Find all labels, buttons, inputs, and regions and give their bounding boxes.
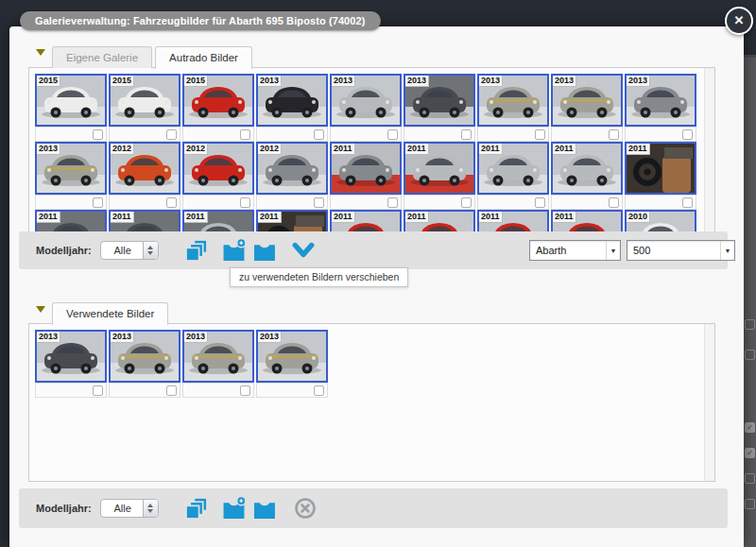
thumbnail-checkbox[interactable] [240, 385, 250, 396]
thumbnail-checkbox[interactable] [240, 129, 250, 140]
thumbnail-checkbox[interactable] [609, 129, 619, 140]
thumbnail-image[interactable]: 2011 [477, 142, 549, 195]
copy-stack-icon[interactable] [185, 239, 209, 263]
thumbnail-image[interactable]: 2011 [182, 210, 254, 233]
thumbnail[interactable]: 2013 [404, 74, 475, 142]
modelyear-select[interactable]: Alle [100, 499, 159, 518]
thumbnail-checkbox[interactable] [166, 385, 177, 396]
thumbnail-image[interactable]: 2011 [551, 142, 623, 195]
thumbnail[interactable]: 2013 [256, 330, 328, 398]
copy-stack-icon[interactable] [185, 497, 209, 521]
thumbnail-image[interactable]: 2013 [477, 74, 549, 127]
thumbnail[interactable]: 2011 [477, 142, 549, 210]
thumbnail-image[interactable]: 2011 [330, 210, 402, 233]
thumbnail-image[interactable]: 2013 [551, 74, 623, 127]
thumbnail[interactable]: 2011 [330, 142, 402, 210]
thumbnail-image[interactable]: 2011 [35, 210, 107, 233]
modelyear-select[interactable]: Alle [100, 241, 159, 260]
thumbnail[interactable]: 2015 [109, 74, 180, 142]
thumbnail[interactable]: 2015 [35, 74, 107, 142]
box-move-icon[interactable] [253, 497, 277, 521]
thumbnail[interactable]: 2011 [551, 142, 623, 210]
thumbnail[interactable]: 2010 [625, 210, 696, 233]
thumbnail[interactable]: 2011 [330, 210, 402, 233]
thumbnail-checkbox[interactable] [609, 197, 619, 208]
thumbnail-checkbox[interactable] [387, 129, 398, 140]
box-add-icon[interactable] [222, 239, 247, 263]
thumbnail-image[interactable]: 2011 [404, 210, 475, 233]
tab-eigene-galerie[interactable]: Eigene Galerie [52, 46, 152, 68]
thumbnail-image[interactable]: 2012 [256, 142, 328, 195]
thumbnail-checkbox[interactable] [461, 197, 472, 208]
collapse-triangle-icon[interactable] [36, 49, 45, 56]
thumbnail[interactable]: 2011 [404, 142, 475, 210]
thumbnail-image[interactable]: 2010 [625, 210, 696, 233]
model-select[interactable]: 500 ▼ [627, 240, 735, 261]
thumbnail[interactable]: 2015 [182, 74, 254, 142]
thumbnail-image[interactable]: 2015 [182, 74, 254, 127]
thumbnail-image[interactable]: 2013 [256, 74, 328, 127]
thumbnail-checkbox[interactable] [682, 197, 693, 208]
thumbnail-image[interactable]: 2013 [35, 330, 107, 383]
thumbnail[interactable]: 2013 [625, 74, 696, 142]
tab-verwendete-bilder[interactable]: Verwendete Bilder [52, 302, 168, 325]
thumbnail-checkbox[interactable] [387, 197, 398, 208]
thumbnail-checkbox[interactable] [314, 129, 324, 140]
thumbnail[interactable]: 2011 [551, 210, 623, 233]
thumbnail-image[interactable]: 2012 [109, 142, 180, 195]
thumbnail-image[interactable]: 2013 [256, 330, 328, 383]
thumbnail[interactable]: 2011 [625, 142, 696, 210]
thumbnail-image[interactable]: 2013 [404, 74, 475, 127]
thumbnail-checkbox[interactable] [682, 129, 693, 140]
thumbnail-checkbox[interactable] [240, 197, 250, 208]
thumbnail[interactable]: 2013 [182, 330, 254, 398]
thumbnail-image[interactable]: 2011 [109, 210, 180, 233]
thumbnail[interactable]: 2012 [256, 142, 328, 210]
box-move-icon[interactable] [253, 239, 277, 263]
thumbnail-checkbox[interactable] [461, 129, 472, 140]
thumbnail-image[interactable]: 2015 [109, 74, 180, 127]
thumbnail-checkbox[interactable] [93, 385, 103, 396]
panel-scrollbar[interactable] [704, 68, 714, 232]
thumbnail[interactable]: 2011 [35, 210, 107, 233]
thumbnail-checkbox[interactable] [535, 197, 545, 208]
thumbnail-image[interactable]: 2011 [404, 142, 475, 195]
thumbnail-image[interactable]: 2015 [35, 74, 107, 127]
thumbnail-checkbox[interactable] [93, 129, 103, 140]
panel-scrollbar[interactable] [704, 324, 714, 481]
thumbnail-image[interactable]: 2013 [625, 74, 696, 127]
thumbnail[interactable]: 2011 [404, 210, 475, 233]
thumbnail[interactable]: 2013 [109, 330, 180, 398]
thumbnail-image[interactable]: 2011 [330, 142, 402, 195]
collapse-triangle-icon[interactable] [36, 306, 45, 313]
thumbnail-image[interactable]: 2013 [182, 330, 254, 383]
box-add-icon[interactable] [222, 497, 247, 521]
tab-autrado-bilder[interactable]: Autrado Bilder [155, 46, 252, 69]
thumbnail[interactable]: 2011 [109, 210, 180, 233]
thumbnail-image[interactable]: 2011 [625, 142, 696, 195]
thumbnail[interactable]: 2012 [182, 142, 254, 210]
close-button[interactable]: ✕ [725, 7, 753, 35]
thumbnail-image[interactable]: 2012 [182, 142, 254, 195]
thumbnail-checkbox[interactable] [314, 197, 324, 208]
thumbnail[interactable]: 2013 [551, 74, 623, 142]
thumbnail[interactable]: 2013 [35, 330, 107, 398]
thumbnail-image[interactable]: 2013 [330, 74, 402, 127]
thumbnail[interactable]: 2011 [477, 210, 549, 233]
move-down-chevron-icon[interactable] [292, 241, 315, 260]
brand-select[interactable]: Abarth ▼ [529, 240, 621, 261]
thumbnail[interactable]: 2013 [330, 74, 402, 142]
thumbnail[interactable]: 2013 [35, 142, 107, 210]
thumbnail[interactable]: 2013 [256, 74, 328, 142]
thumbnail-image[interactable]: 2013 [109, 330, 180, 383]
delete-disabled-icon[interactable] [294, 497, 317, 520]
thumbnail-checkbox[interactable] [314, 385, 324, 396]
thumbnail-image[interactable]: 2011 [551, 210, 623, 233]
thumbnail-checkbox[interactable] [93, 197, 103, 208]
thumbnail-checkbox[interactable] [166, 197, 177, 208]
thumbnail[interactable]: 2011 [182, 210, 254, 233]
thumbnail[interactable]: 2011 [256, 210, 328, 233]
thumbnail[interactable]: 2012 [109, 142, 180, 210]
thumbnail-checkbox[interactable] [166, 129, 177, 140]
thumbnail-checkbox[interactable] [535, 129, 545, 140]
